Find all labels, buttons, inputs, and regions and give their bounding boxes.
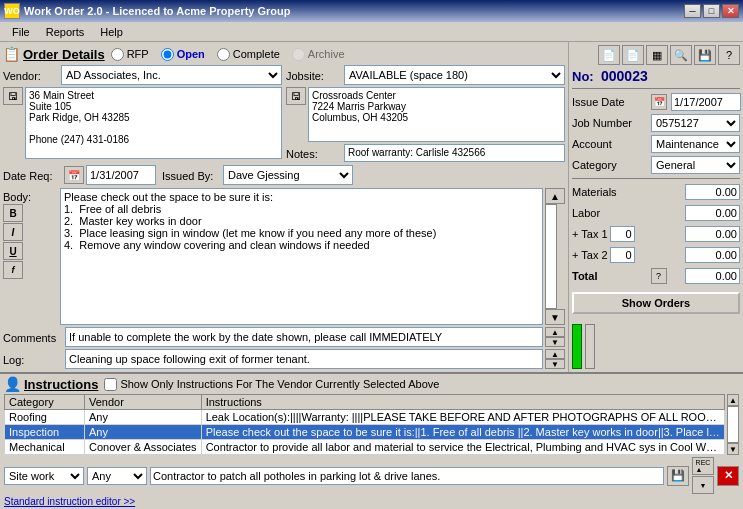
category-row: Category General [572,156,740,174]
notes-field[interactable] [344,144,565,162]
issued-by-select[interactable]: Dave Gjessing [223,165,353,185]
std-editor-link[interactable]: Standard instruction editor >> [4,496,739,507]
search-button[interactable]: 🔍 [670,45,692,65]
body-textarea[interactable] [60,188,543,325]
issue-date-label: Issue Date [572,96,647,108]
grid-button[interactable]: ▦ [646,45,668,65]
menu-reports[interactable]: Reports [38,24,93,40]
issue-date-picker[interactable]: 📅 [651,94,667,110]
table-scrollbar[interactable]: ▲ ▼ [727,394,739,455]
body-scroll-up[interactable]: ▲ [545,188,565,204]
radio-complete[interactable]: Complete [217,48,280,61]
account-select[interactable]: Maintenance [651,135,740,153]
maximize-button[interactable]: □ [703,4,720,18]
minimize-button[interactable]: ─ [684,4,701,18]
log-up[interactable]: ▲ [545,349,565,359]
record-nav: REC▲ ▼ [692,457,714,494]
radio-rfp[interactable]: RFP [111,48,149,61]
vendor-label: Vendor: [3,68,58,82]
body-scroll-down[interactable]: ▼ [545,309,565,325]
labor-input[interactable]: 0.00 [685,205,740,221]
tax1-label: + Tax 1 [572,228,608,240]
scroll-up[interactable]: ▲ [727,394,739,406]
italic-button[interactable]: I [3,223,23,241]
vendor-select[interactable]: AD Associates, Inc. [61,65,282,85]
format-button[interactable]: f [3,261,23,279]
radio-archive[interactable]: Archive [292,48,345,61]
tax1-value[interactable]: 0.00 [685,226,740,242]
jobsite-address-btn[interactable]: 🖫 [286,87,306,105]
log-input[interactable]: Cleaning up space following exit of form… [65,349,543,369]
radio-open[interactable]: Open [161,48,205,61]
row2-category: Mechanical [5,440,85,455]
log-down[interactable]: ▼ [545,359,565,369]
tax2-rate[interactable]: 0 [610,247,635,263]
vendor-address[interactable] [25,87,282,159]
category-select[interactable]: General [651,156,740,174]
row1-category: Inspection [5,425,85,440]
bold-button[interactable]: B [3,204,23,222]
comments-up[interactable]: ▲ [545,327,565,337]
title-bar-buttons: ─ □ ✕ [684,4,739,18]
tax1-row: + Tax 1 0 0.00 [572,225,740,243]
filter-checkbox[interactable] [104,378,117,391]
total-row: Total ? 0.00 [572,267,740,285]
help-button[interactable]: ? [718,45,740,65]
order-number-label: No: [572,69,597,84]
underline-button[interactable]: U [3,242,23,260]
vendor-address-btn[interactable]: 🖫 [3,87,23,105]
account-row: Account Maintenance [572,135,740,153]
comments-down[interactable]: ▼ [545,337,565,347]
materials-input[interactable]: 0.00 [685,184,740,200]
row0-category: Roofing [5,410,85,425]
new-doc-button[interactable]: 📄 [598,45,620,65]
issue-date-input[interactable]: 1/17/2007 [671,93,741,111]
order-number-row: No: 000023 [572,68,740,84]
footer-instructions-input[interactable]: Contractor to patch all potholes in park… [150,467,664,485]
category-label: Category [572,159,647,171]
left-panel: 📋 Order Details RFP Open Complete Archiv… [0,42,568,372]
account-label: Account [572,138,647,150]
jobsite-address[interactable] [308,87,565,142]
issue-date-row: Issue Date 📅 1/17/2007 [572,93,740,111]
footer-category-select[interactable]: Site work [4,467,84,485]
table-row[interactable]: Mechanical Conover & Associates Contract… [5,440,725,455]
scroll-down[interactable]: ▼ [727,443,739,455]
instructions-icon: 👤 [4,376,21,392]
table-row[interactable]: Inspection Any Please check out the spac… [5,425,725,440]
show-orders-button[interactable]: Show Orders [572,292,740,314]
close-button[interactable]: ✕ [722,4,739,18]
total-value[interactable]: 0.00 [685,268,740,284]
materials-label: Materials [572,186,632,198]
jobsite-select[interactable]: AVAILABLE (space 180) [344,65,565,85]
date-req-input[interactable]: 1/31/2007 [86,165,156,185]
log-row: Log: Cleaning up space following exit of… [3,349,565,369]
tax1-rate[interactable]: 0 [610,226,635,242]
job-number-select[interactable]: 0575127 [651,114,740,132]
instructions-panel: 👤 Instructions Show Only Instructions Fo… [0,372,743,509]
save-button[interactable]: 💾 [694,45,716,65]
footer-vendor-select[interactable]: Any [87,467,147,485]
job-number-row: Job Number 0575127 [572,114,740,132]
rec-down-btn[interactable]: ▼ [692,476,714,494]
job-number-label: Job Number [572,117,647,129]
rec-up-btn[interactable]: REC▲ [692,457,714,475]
comments-input[interactable]: If unable to complete the work by the da… [65,327,543,347]
date-picker-btn[interactable]: 📅 [64,166,84,184]
table-row[interactable]: Roofing Any Leak Location(s):||||Warrant… [5,410,725,425]
footer-save-btn[interactable]: 💾 [667,466,689,486]
instructions-title: Instructions [24,377,98,392]
menu-help[interactable]: Help [92,24,131,40]
body-section: Body: B I U f ▲ ▼ [3,188,565,325]
delete-button[interactable]: ✕ [717,466,739,486]
tax2-value[interactable]: 0.00 [685,247,740,263]
filter-checkbox-row[interactable]: Show Only Instructions For The Vendor Cu… [104,378,439,391]
menu-bar: File Reports Help [0,22,743,42]
total-help-btn[interactable]: ? [651,268,667,284]
log-label: Log: [3,352,63,366]
copy-doc-button[interactable]: 📄 [622,45,644,65]
order-number-value: 000023 [601,68,648,84]
row1-vendor: Any [85,425,202,440]
menu-file[interactable]: File [4,24,38,40]
instructions-table-wrapper: Category Vendor Instructions Roofing Any… [4,394,725,455]
